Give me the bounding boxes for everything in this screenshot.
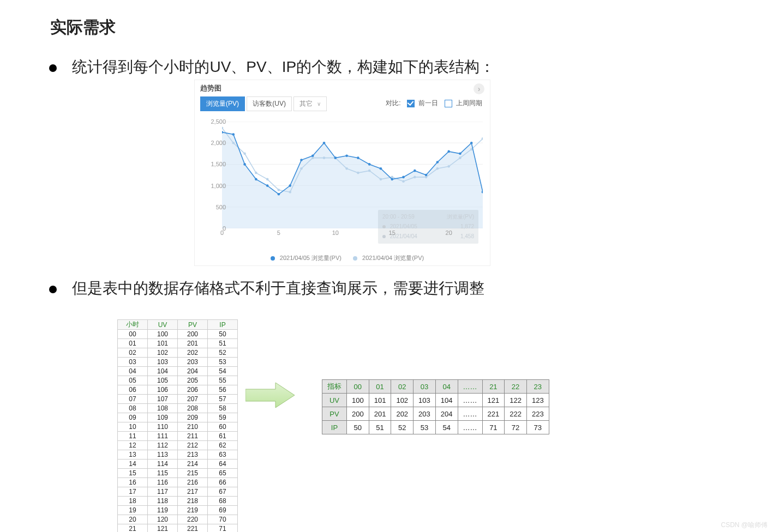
table-cell: 61 [208, 432, 238, 441]
table-row: UV100101102103104……121122123 [322, 394, 549, 407]
table-cell: UV [322, 394, 347, 407]
table-cell: 204 [435, 407, 458, 421]
table-cell: …… [458, 394, 482, 407]
dot-icon [382, 225, 386, 228]
table-header: 21 [482, 380, 505, 394]
table-header: 02 [391, 380, 414, 394]
table-cell: 102 [148, 348, 178, 358]
table-cell: 55 [208, 376, 238, 385]
svg-point-39 [323, 142, 326, 144]
svg-point-27 [459, 156, 462, 159]
table-cell: 112 [148, 441, 178, 450]
svg-point-20 [380, 178, 382, 181]
table-cell: 201 [369, 407, 391, 421]
table-cell: 09 [118, 413, 148, 422]
table-row: 0910920959 [118, 413, 238, 422]
table-cell: 66 [208, 478, 238, 487]
bullet-2: 但是表中的数据存储格式不利于直接查询展示，需要进行调整 [49, 278, 484, 299]
table-cell: 00 [118, 330, 148, 339]
tab-pv[interactable]: 浏览量(PV) [200, 96, 245, 111]
table-cell: IP [322, 421, 347, 434]
table-row: 1711721767 [118, 487, 238, 497]
table-cell: 208 [178, 404, 208, 413]
table-header: 04 [435, 380, 458, 394]
table-cell: 214 [178, 460, 208, 469]
svg-point-42 [357, 156, 359, 159]
table-header: 03 [414, 380, 436, 394]
svg-point-32 [243, 163, 246, 166]
tooltip-row1-value: 1,872 [460, 222, 474, 232]
table-row: 1911921969 [118, 506, 238, 515]
table-cell: 108 [148, 404, 178, 413]
table-cell: 211 [178, 432, 208, 441]
svg-point-41 [345, 154, 348, 157]
table-cell: 114 [148, 460, 178, 469]
table-cell: 53 [414, 421, 436, 434]
table-cell: 223 [526, 407, 549, 421]
table-cell: 14 [118, 460, 148, 469]
table-cell: 60 [208, 422, 238, 432]
svg-point-44 [380, 167, 382, 170]
table-cell: 15 [118, 469, 148, 478]
svg-point-22 [402, 180, 405, 183]
table-cell: 69 [208, 506, 238, 515]
table-row: 0410420454 [118, 367, 238, 376]
y-tick: 2,500 [204, 118, 226, 125]
svg-point-48 [425, 174, 428, 177]
table-cell: 101 [148, 339, 178, 348]
svg-point-47 [414, 170, 416, 172]
table-cell: 121 [482, 394, 505, 407]
table-cell: 103 [414, 394, 436, 407]
svg-point-34 [266, 184, 269, 187]
chevron-right-icon[interactable]: › [474, 83, 484, 94]
tooltip-row2-value: 1,458 [460, 232, 474, 241]
arrow-right-icon [245, 382, 295, 409]
svg-point-24 [425, 176, 428, 179]
tab-other[interactable]: 其它 ∨ [293, 96, 326, 111]
y-tick: 1,000 [204, 183, 226, 189]
compare-opt2: 上周同期 [456, 99, 482, 107]
table-cell: 215 [178, 469, 208, 478]
dot-icon [382, 235, 386, 238]
table-cell: 02 [118, 348, 148, 358]
table-row: 1111121161 [118, 432, 238, 441]
table-cell: 201 [178, 339, 208, 348]
table-cell: 110 [148, 422, 178, 432]
table-cell: 58 [208, 404, 238, 413]
svg-point-13 [300, 167, 303, 170]
svg-point-26 [447, 165, 450, 168]
table-header: UV [148, 320, 178, 330]
checkbox-last-week[interactable] [445, 100, 452, 107]
trend-chart-panel: 趋势图 › 浏览量(PV) 访客数(UV) 其它 ∨ 对比: 前一日 上周同期 [194, 80, 490, 266]
svg-point-35 [278, 193, 280, 196]
table-cell: 50 [347, 421, 369, 434]
checkbox-prev-day[interactable] [407, 100, 415, 107]
table-cell: 106 [148, 385, 178, 395]
table-cell: 104 [148, 367, 178, 376]
legend-dot-a [271, 256, 275, 261]
table-cell: 54 [435, 421, 458, 434]
table-cell: 52 [208, 348, 238, 358]
table-cell: 113 [148, 450, 178, 460]
table-row: 0610620656 [118, 385, 238, 395]
table-cell: 207 [178, 395, 208, 404]
table-cell: 50 [208, 330, 238, 339]
table-cell: 221 [178, 524, 208, 533]
svg-point-17 [345, 167, 348, 170]
table-cell: 65 [208, 469, 238, 478]
svg-point-33 [255, 178, 257, 181]
table-cell: 01 [118, 339, 148, 348]
table-cell: 218 [178, 497, 208, 506]
svg-point-50 [447, 150, 450, 153]
svg-point-46 [402, 176, 405, 179]
tab-uv[interactable]: 访客数(UV) [247, 96, 292, 111]
table-cell: 217 [178, 487, 208, 497]
table-row: 0510520555 [118, 376, 238, 385]
svg-point-40 [334, 156, 337, 159]
table-cell: 03 [118, 358, 148, 367]
chart-legend: 2021/04/05 浏览量(PV) 2021/04/04 浏览量(PV) [195, 254, 490, 262]
table-cell: 203 [414, 407, 436, 421]
table-cell: 06 [118, 385, 148, 395]
table-cell: 72 [505, 421, 527, 434]
svg-point-12 [289, 191, 291, 194]
